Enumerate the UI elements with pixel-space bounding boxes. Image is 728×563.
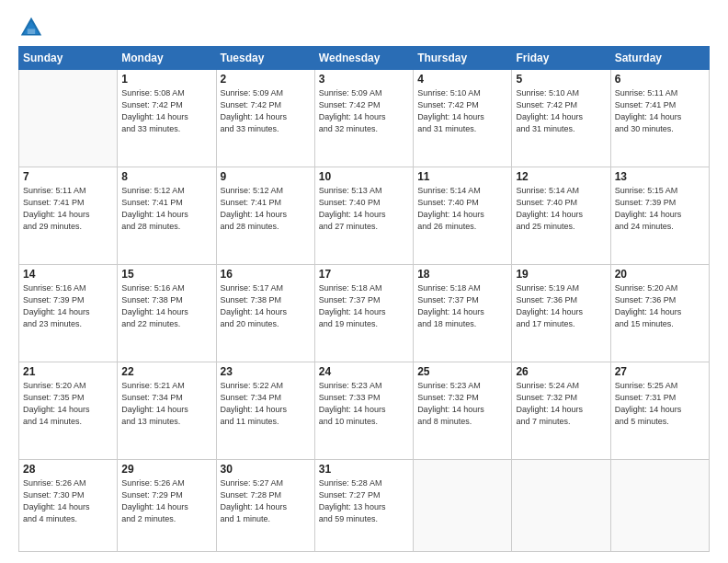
page: SundayMondayTuesdayWednesdayThursdayFrid… — [0, 0, 728, 563]
day-cell: 23Sunrise: 5:22 AM Sunset: 7:34 PM Dayli… — [216, 362, 314, 460]
day-cell: 10Sunrise: 5:13 AM Sunset: 7:40 PM Dayli… — [314, 167, 413, 265]
day-cell — [414, 460, 512, 552]
day-cell: 19Sunrise: 5:19 AM Sunset: 7:36 PM Dayli… — [512, 265, 610, 362]
day-cell: 8Sunrise: 5:12 AM Sunset: 7:41 PM Daylig… — [118, 167, 216, 265]
day-number: 8 — [121, 170, 211, 183]
header-cell-saturday: Saturday — [610, 47, 709, 70]
day-number: 18 — [417, 268, 507, 281]
day-info: Sunrise: 5:14 AM Sunset: 7:40 PM Dayligh… — [516, 185, 606, 233]
day-info: Sunrise: 5:10 AM Sunset: 7:42 PM Dayligh… — [516, 87, 606, 135]
day-info: Sunrise: 5:26 AM Sunset: 7:29 PM Dayligh… — [121, 477, 211, 525]
day-info: Sunrise: 5:23 AM Sunset: 7:33 PM Dayligh… — [319, 380, 409, 428]
day-info: Sunrise: 5:11 AM Sunset: 7:41 PM Dayligh… — [615, 87, 705, 135]
day-number: 3 — [319, 73, 409, 86]
day-number: 4 — [417, 73, 507, 86]
header-cell-thursday: Thursday — [414, 47, 512, 70]
day-cell: 9Sunrise: 5:12 AM Sunset: 7:41 PM Daylig… — [216, 167, 314, 265]
week-row-0: 1Sunrise: 5:08 AM Sunset: 7:42 PM Daylig… — [19, 70, 710, 167]
day-info: Sunrise: 5:20 AM Sunset: 7:35 PM Dayligh… — [23, 380, 113, 428]
day-number: 5 — [516, 73, 606, 86]
day-cell — [512, 460, 610, 552]
week-row-4: 28Sunrise: 5:26 AM Sunset: 7:30 PM Dayli… — [19, 460, 710, 552]
day-number: 17 — [319, 268, 409, 281]
day-number: 15 — [121, 268, 211, 281]
header — [18, 15, 710, 40]
day-number: 20 — [615, 268, 705, 281]
day-cell: 5Sunrise: 5:10 AM Sunset: 7:42 PM Daylig… — [512, 70, 610, 167]
day-number: 6 — [615, 73, 705, 86]
day-number: 13 — [615, 170, 705, 183]
day-info: Sunrise: 5:15 AM Sunset: 7:39 PM Dayligh… — [615, 185, 705, 233]
day-info: Sunrise: 5:19 AM Sunset: 7:36 PM Dayligh… — [516, 282, 606, 330]
day-cell: 13Sunrise: 5:15 AM Sunset: 7:39 PM Dayli… — [610, 167, 709, 265]
day-info: Sunrise: 5:22 AM Sunset: 7:34 PM Dayligh… — [221, 380, 311, 428]
day-info: Sunrise: 5:10 AM Sunset: 7:42 PM Dayligh… — [417, 87, 507, 135]
day-cell: 3Sunrise: 5:09 AM Sunset: 7:42 PM Daylig… — [314, 70, 413, 167]
day-cell: 31Sunrise: 5:28 AM Sunset: 7:27 PM Dayli… — [314, 460, 413, 552]
day-info: Sunrise: 5:14 AM Sunset: 7:40 PM Dayligh… — [417, 185, 507, 233]
day-cell: 15Sunrise: 5:16 AM Sunset: 7:38 PM Dayli… — [118, 265, 216, 362]
day-cell: 27Sunrise: 5:25 AM Sunset: 7:31 PM Dayli… — [610, 362, 709, 460]
header-cell-wednesday: Wednesday — [314, 47, 413, 70]
day-info: Sunrise: 5:17 AM Sunset: 7:38 PM Dayligh… — [221, 282, 311, 330]
day-cell: 29Sunrise: 5:26 AM Sunset: 7:29 PM Dayli… — [118, 460, 216, 552]
header-cell-tuesday: Tuesday — [216, 47, 314, 70]
day-cell: 25Sunrise: 5:23 AM Sunset: 7:32 PM Dayli… — [414, 362, 512, 460]
day-info: Sunrise: 5:23 AM Sunset: 7:32 PM Dayligh… — [417, 380, 507, 428]
day-number: 28 — [23, 463, 113, 476]
day-info: Sunrise: 5:25 AM Sunset: 7:31 PM Dayligh… — [615, 380, 705, 428]
day-info: Sunrise: 5:24 AM Sunset: 7:32 PM Dayligh… — [516, 380, 606, 428]
day-cell: 16Sunrise: 5:17 AM Sunset: 7:38 PM Dayli… — [216, 265, 314, 362]
day-info: Sunrise: 5:12 AM Sunset: 7:41 PM Dayligh… — [221, 185, 311, 233]
calendar-table: SundayMondayTuesdayWednesdayThursdayFrid… — [18, 46, 710, 552]
day-cell: 22Sunrise: 5:21 AM Sunset: 7:34 PM Dayli… — [118, 362, 216, 460]
day-info: Sunrise: 5:18 AM Sunset: 7:37 PM Dayligh… — [417, 282, 507, 330]
day-info: Sunrise: 5:09 AM Sunset: 7:42 PM Dayligh… — [221, 87, 311, 135]
day-info: Sunrise: 5:16 AM Sunset: 7:39 PM Dayligh… — [23, 282, 113, 330]
logo-icon — [18, 15, 44, 40]
day-number: 14 — [23, 268, 113, 281]
day-cell: 26Sunrise: 5:24 AM Sunset: 7:32 PM Dayli… — [512, 362, 610, 460]
day-cell: 14Sunrise: 5:16 AM Sunset: 7:39 PM Dayli… — [19, 265, 118, 362]
day-number: 26 — [516, 365, 606, 378]
day-info: Sunrise: 5:21 AM Sunset: 7:34 PM Dayligh… — [121, 380, 211, 428]
header-cell-friday: Friday — [512, 47, 610, 70]
day-cell: 7Sunrise: 5:11 AM Sunset: 7:41 PM Daylig… — [19, 167, 118, 265]
day-number: 12 — [516, 170, 606, 183]
day-cell: 11Sunrise: 5:14 AM Sunset: 7:40 PM Dayli… — [414, 167, 512, 265]
day-number: 23 — [221, 365, 311, 378]
day-cell: 4Sunrise: 5:10 AM Sunset: 7:42 PM Daylig… — [414, 70, 512, 167]
day-cell: 30Sunrise: 5:27 AM Sunset: 7:28 PM Dayli… — [216, 460, 314, 552]
day-info: Sunrise: 5:13 AM Sunset: 7:40 PM Dayligh… — [319, 185, 409, 233]
week-row-3: 21Sunrise: 5:20 AM Sunset: 7:35 PM Dayli… — [19, 362, 710, 460]
day-info: Sunrise: 5:08 AM Sunset: 7:42 PM Dayligh… — [121, 87, 211, 135]
header-cell-monday: Monday — [118, 47, 216, 70]
day-cell: 2Sunrise: 5:09 AM Sunset: 7:42 PM Daylig… — [216, 70, 314, 167]
header-row: SundayMondayTuesdayWednesdayThursdayFrid… — [19, 47, 710, 70]
day-cell: 28Sunrise: 5:26 AM Sunset: 7:30 PM Dayli… — [19, 460, 118, 552]
day-info: Sunrise: 5:28 AM Sunset: 7:27 PM Dayligh… — [319, 477, 409, 525]
day-cell — [19, 70, 118, 167]
week-row-1: 7Sunrise: 5:11 AM Sunset: 7:41 PM Daylig… — [19, 167, 710, 265]
day-cell: 20Sunrise: 5:20 AM Sunset: 7:36 PM Dayli… — [610, 265, 709, 362]
day-number: 7 — [23, 170, 113, 183]
day-number: 2 — [221, 73, 311, 86]
day-cell: 18Sunrise: 5:18 AM Sunset: 7:37 PM Dayli… — [414, 265, 512, 362]
day-number: 1 — [121, 73, 211, 86]
day-cell: 17Sunrise: 5:18 AM Sunset: 7:37 PM Dayli… — [314, 265, 413, 362]
day-number: 30 — [221, 463, 311, 476]
week-row-2: 14Sunrise: 5:16 AM Sunset: 7:39 PM Dayli… — [19, 265, 710, 362]
day-cell: 12Sunrise: 5:14 AM Sunset: 7:40 PM Dayli… — [512, 167, 610, 265]
day-number: 9 — [221, 170, 311, 183]
day-number: 31 — [319, 463, 409, 476]
day-number: 29 — [121, 463, 211, 476]
day-number: 27 — [615, 365, 705, 378]
logo — [18, 15, 50, 40]
day-cell: 6Sunrise: 5:11 AM Sunset: 7:41 PM Daylig… — [610, 70, 709, 167]
day-info: Sunrise: 5:27 AM Sunset: 7:28 PM Dayligh… — [221, 477, 311, 525]
day-info: Sunrise: 5:26 AM Sunset: 7:30 PM Dayligh… — [23, 477, 113, 525]
day-info: Sunrise: 5:16 AM Sunset: 7:38 PM Dayligh… — [121, 282, 211, 330]
day-number: 25 — [417, 365, 507, 378]
day-number: 11 — [417, 170, 507, 183]
day-cell: 24Sunrise: 5:23 AM Sunset: 7:33 PM Dayli… — [314, 362, 413, 460]
